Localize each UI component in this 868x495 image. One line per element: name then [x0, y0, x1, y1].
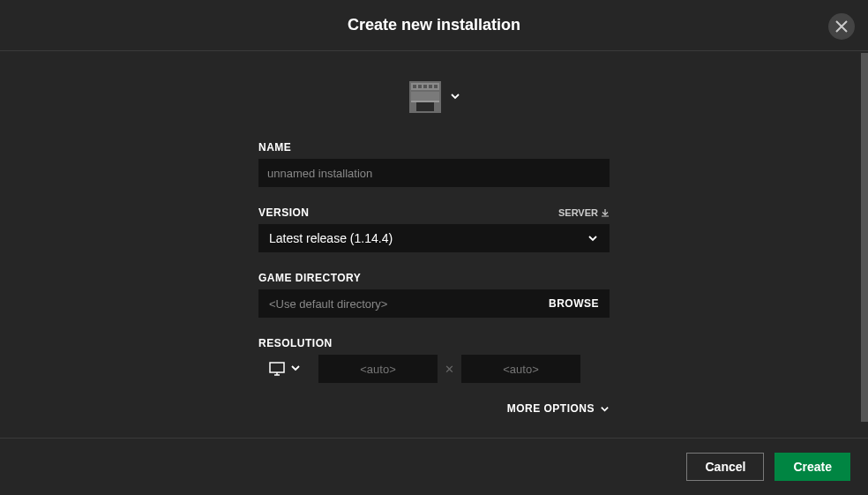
dialog-footer: Cancel Create — [0, 438, 868, 495]
svg-rect-8 — [416, 102, 434, 111]
create-button-label: Create — [793, 460, 832, 474]
furnace-icon — [408, 79, 443, 115]
monitor-preset-select[interactable] — [258, 355, 311, 383]
game-directory-label: GAME DIRECTORY — [258, 272, 361, 284]
resolution-label: RESOLUTION — [258, 337, 333, 349]
svg-rect-10 — [270, 363, 284, 372]
svg-rect-2 — [413, 85, 416, 88]
installation-icon-selector[interactable] — [408, 79, 460, 115]
resolution-separator: ✕ — [445, 363, 454, 376]
dialog-title: Create new installation — [348, 16, 520, 34]
server-label: SERVER — [558, 207, 598, 218]
chevron-down-icon — [587, 232, 599, 244]
chevron-down-icon — [450, 89, 460, 105]
name-field-group: NAME — [258, 141, 610, 187]
version-label: VERSION — [258, 206, 310, 219]
chevron-down-icon — [600, 404, 610, 414]
cancel-button[interactable]: Cancel — [686, 453, 764, 481]
server-download-link[interactable]: SERVER — [558, 207, 610, 218]
svg-rect-4 — [423, 85, 427, 88]
browse-button[interactable]: BROWSE — [549, 297, 599, 310]
name-input[interactable] — [258, 159, 610, 187]
download-icon — [601, 208, 610, 217]
svg-rect-3 — [418, 85, 422, 88]
more-options-label: MORE OPTIONS — [507, 402, 595, 415]
game-directory-field-group: GAME DIRECTORY <Use default directory> B… — [258, 272, 610, 318]
cancel-button-label: Cancel — [705, 460, 745, 474]
scrollbar-track[interactable] — [861, 53, 868, 432]
version-field-group: VERSION SERVER Latest release (1.14.4) — [258, 206, 610, 252]
resolution-width-input[interactable] — [318, 355, 438, 383]
monitor-icon — [269, 362, 285, 376]
game-directory-placeholder: <Use default directory> — [269, 297, 387, 311]
create-button[interactable]: Create — [774, 453, 850, 481]
installation-form: NAME VERSION SERVER Latest release (1.14… — [258, 141, 610, 415]
name-label: NAME — [258, 141, 291, 154]
resolution-height-input[interactable] — [461, 355, 580, 383]
version-select[interactable]: Latest release (1.14.4) — [258, 224, 610, 252]
chevron-down-icon — [290, 361, 301, 377]
svg-rect-9 — [411, 101, 439, 102]
version-selected-value: Latest release (1.14.4) — [269, 231, 393, 245]
close-icon — [835, 20, 848, 33]
dialog-content: NAME VERSION SERVER Latest release (1.14… — [0, 51, 868, 415]
close-button[interactable] — [828, 13, 855, 40]
more-options-toggle[interactable]: MORE OPTIONS — [258, 402, 610, 415]
svg-rect-5 — [429, 85, 432, 88]
svg-rect-7 — [411, 92, 439, 101]
resolution-field-group: RESOLUTION ✕ — [258, 337, 610, 383]
scrollbar-thumb[interactable] — [861, 53, 868, 422]
game-directory-row: <Use default directory> BROWSE — [258, 289, 610, 318]
svg-rect-6 — [434, 85, 438, 88]
dialog-header: Create new installation — [0, 0, 868, 51]
